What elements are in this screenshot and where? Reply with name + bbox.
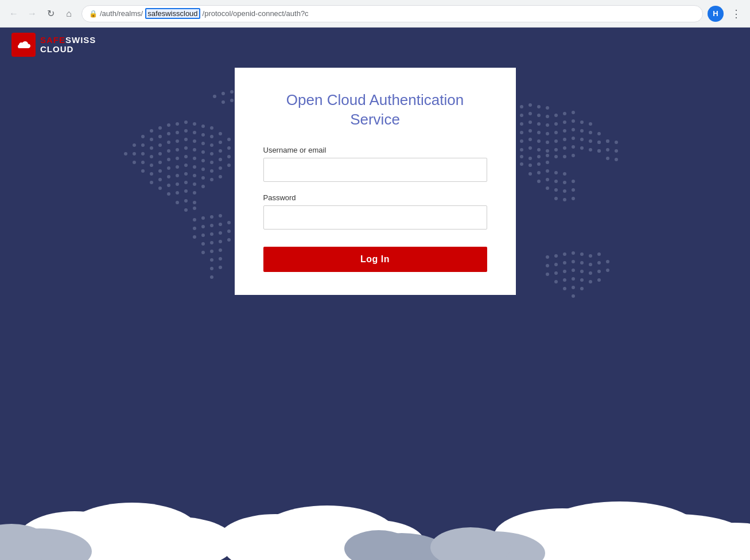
forward-button[interactable]: →: [24, 6, 40, 22]
svg-point-426: [554, 271, 558, 275]
svg-point-66: [210, 169, 213, 173]
svg-point-336: [537, 148, 541, 151]
svg-point-41: [219, 149, 222, 153]
svg-point-427: [563, 270, 566, 273]
password-group: Password: [263, 193, 487, 230]
logo-line2: CLOUD: [40, 45, 96, 55]
svg-point-230: [529, 103, 532, 107]
svg-point-356: [537, 155, 541, 158]
svg-point-337: [546, 149, 549, 153]
svg-point-8: [141, 135, 145, 138]
username-label: Username or email: [263, 146, 487, 154]
svg-point-26: [201, 142, 205, 145]
page-content: SAFESWISS CLOUD: [0, 28, 750, 560]
svg-point-299: [597, 132, 601, 135]
menu-button[interactable]: ⋮: [728, 6, 744, 22]
svg-point-316: [554, 139, 558, 143]
svg-point-88: [193, 191, 196, 195]
svg-point-50: [184, 155, 188, 158]
svg-point-358: [554, 155, 558, 158]
svg-point-269: [529, 120, 532, 124]
svg-point-31: [133, 152, 136, 155]
svg-point-38: [193, 148, 196, 151]
reload-button[interactable]: ↻: [42, 6, 59, 22]
svg-point-0: [150, 129, 153, 133]
svg-point-77: [210, 178, 213, 181]
svg-point-96: [210, 215, 213, 219]
address-bar[interactable]: 🔒 /auth/realms/safeswisscloud/protocol/o…: [81, 5, 703, 22]
svg-point-28: [219, 141, 222, 144]
svg-point-402: [597, 141, 601, 144]
svg-point-105: [210, 232, 213, 236]
svg-point-47: [158, 161, 162, 164]
svg-point-25: [193, 139, 196, 143]
password-input[interactable]: [263, 205, 487, 230]
svg-point-110: [219, 240, 222, 243]
svg-point-404: [615, 141, 618, 144]
svg-point-11: [167, 132, 170, 135]
home-button[interactable]: ⌂: [61, 6, 77, 22]
svg-point-354: [520, 155, 523, 158]
svg-point-420: [572, 260, 575, 263]
svg-point-74: [184, 172, 188, 176]
svg-point-231: [537, 105, 541, 108]
svg-point-20: [150, 146, 153, 150]
svg-point-51: [193, 157, 196, 160]
svg-point-270: [537, 122, 541, 126]
svg-point-106: [219, 231, 222, 235]
svg-point-102: [227, 221, 231, 224]
svg-point-29: [227, 138, 231, 141]
login-card: Open Cloud Authentication Service Userna…: [235, 68, 516, 295]
svg-point-432: [606, 269, 609, 272]
svg-point-428: [572, 269, 575, 272]
svg-point-247: [520, 114, 523, 117]
username-input[interactable]: [263, 158, 487, 182]
svg-point-71: [158, 178, 162, 181]
svg-point-3: [176, 122, 179, 126]
svg-point-72: [167, 175, 170, 178]
svg-point-407: [615, 149, 618, 153]
svg-point-317: [563, 138, 566, 141]
svg-point-46: [150, 164, 153, 167]
browser-chrome: ← → ↻ ⌂ 🔒 /auth/realms/safeswisscloud/pr…: [0, 0, 750, 28]
svg-point-396: [554, 188, 558, 192]
svg-point-397: [563, 189, 566, 193]
svg-point-107: [227, 230, 231, 233]
svg-point-121: [221, 92, 225, 95]
svg-point-400: [563, 198, 566, 201]
svg-point-24: [184, 138, 188, 141]
svg-point-45: [141, 161, 145, 164]
svg-point-70: [150, 181, 153, 184]
svg-point-394: [572, 180, 575, 183]
svg-point-271: [546, 123, 549, 127]
svg-point-390: [537, 180, 541, 183]
svg-point-37: [184, 146, 188, 150]
back-button[interactable]: ←: [6, 6, 22, 22]
svg-point-23: [176, 139, 179, 143]
svg-point-312: [520, 139, 523, 143]
svg-point-294: [554, 131, 558, 134]
svg-point-373: [546, 161, 549, 164]
svg-point-68: [227, 164, 231, 167]
svg-point-111: [227, 238, 231, 242]
svg-point-273: [563, 120, 566, 124]
svg-point-425: [546, 273, 549, 276]
svg-point-40: [210, 152, 213, 155]
svg-point-370: [520, 162, 523, 166]
svg-point-86: [176, 191, 179, 195]
profile-button[interactable]: H: [708, 6, 724, 22]
svg-point-414: [580, 252, 584, 256]
svg-point-39: [201, 150, 205, 154]
svg-point-115: [210, 258, 213, 262]
svg-point-35: [167, 149, 170, 153]
svg-point-339: [563, 146, 566, 150]
svg-point-418: [554, 263, 558, 266]
login-button[interactable]: Log In: [263, 247, 487, 272]
svg-point-1: [158, 126, 162, 130]
svg-point-385: [529, 172, 532, 176]
svg-point-313: [529, 138, 532, 141]
svg-point-341: [580, 146, 584, 150]
svg-point-112: [201, 251, 205, 254]
svg-point-292: [537, 131, 541, 134]
svg-point-232: [546, 106, 549, 110]
